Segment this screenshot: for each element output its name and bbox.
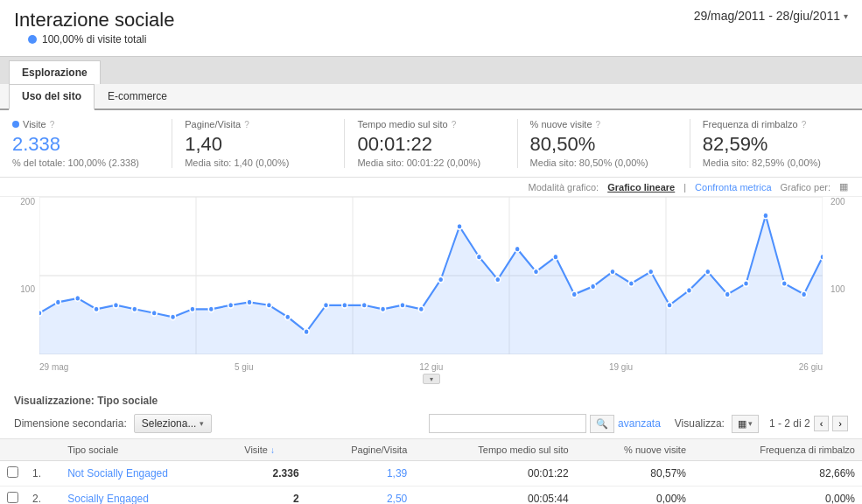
table-row: 2. Socially Engaged 2 2,50 00:05:44 0,00… — [0, 486, 862, 505]
svg-point-43 — [686, 288, 691, 294]
row-name-1[interactable]: Socially Engaged — [60, 486, 237, 505]
subtab-ecommerce[interactable]: E-commerce — [95, 84, 180, 108]
svg-point-10 — [55, 299, 60, 305]
visite-sort-icon: ↓ — [270, 445, 275, 455]
svg-point-35 — [533, 269, 538, 275]
svg-point-27 — [381, 306, 386, 312]
row-rimbalzo-1: 0,00% — [693, 486, 862, 505]
row-checkbox-1[interactable] — [0, 486, 25, 505]
x-label-19giu: 19 giu — [609, 362, 633, 372]
y-axis-right: 200 100 — [827, 197, 862, 372]
x-label-26giu: 26 giu — [799, 362, 823, 372]
chart-grid-icon[interactable]: ▦ — [839, 181, 848, 192]
metric-cell-3: % nuove visite ? 80,50% Media sito: 80,5… — [518, 119, 690, 168]
chart-toolbar: Modalità grafico: Grafico lineare | Conf… — [0, 178, 862, 197]
svg-point-31 — [457, 223, 462, 229]
metric-q-2[interactable]: ? — [452, 120, 457, 130]
secondary-select-btn[interactable]: Seleziona... ▾ — [134, 414, 213, 433]
row-checkbox-0[interactable] — [0, 461, 25, 486]
table-header-row: Tipo sociale Visite ↓ Pagine/Visita Temp… — [0, 439, 862, 461]
visualizza-label: Visualizza: — [675, 417, 725, 430]
search-button[interactable]: 🔍 — [590, 415, 614, 433]
svg-point-33 — [495, 276, 501, 283]
y-right-200: 200 — [830, 197, 862, 206]
checkbox-0[interactable] — [7, 466, 18, 478]
metric-sub-2: Media sito: 00:01:22 (0,00%) — [357, 158, 504, 168]
next-page-btn[interactable]: › — [832, 416, 848, 431]
x-label-12giu: 12 giu — [419, 362, 443, 372]
metric-q-3[interactable]: ? — [596, 120, 601, 130]
row-num-0: 1. — [25, 461, 60, 486]
metric-q-1[interactable]: ? — [244, 120, 249, 130]
svg-point-41 — [648, 269, 654, 275]
y-right-100: 100 — [830, 284, 862, 294]
prev-page-btn[interactable]: ‹ — [814, 416, 830, 431]
metric-q-4[interactable]: ? — [802, 120, 807, 130]
svg-point-12 — [94, 306, 99, 312]
metric-cell-4: Frequenza di rimbalzo ? 82,59% Media sit… — [690, 119, 862, 168]
svg-point-30 — [438, 276, 444, 283]
metric-value-0: 2.338 — [12, 133, 159, 156]
subtab-uso-del-sito[interactable]: Uso del sito — [9, 84, 95, 110]
chart-scroll-down-btn[interactable]: ▾ — [423, 374, 440, 384]
th-frequenza: Frequenza di rimbalzo — [693, 439, 862, 461]
metric-cell-0: Visite ? 2.338 % del totale: 100,00% (2.… — [0, 119, 172, 168]
row-visite-1: 2 — [237, 486, 305, 505]
metric-q-0[interactable]: ? — [50, 120, 55, 130]
svg-point-50 — [820, 254, 823, 260]
y-label-200: 200 — [0, 197, 35, 206]
th-visite[interactable]: Visite ↓ — [237, 439, 305, 461]
search-input[interactable] — [429, 414, 586, 433]
date-range-selector[interactable]: 29/mag/2011 - 28/giu/2011 ▾ — [694, 9, 848, 23]
row-nuove-1: 0,00% — [576, 486, 693, 505]
metric-label-4: Frequenza di rimbalzo ? — [703, 119, 850, 130]
compare-metric-link[interactable]: Confronta metrica — [695, 182, 771, 192]
x-labels: 29 mag 5 giu 12 giu 19 giu 26 giu — [39, 362, 823, 372]
th-tempo-medio: Tempo medio sul sito — [414, 439, 575, 461]
svg-point-44 — [705, 269, 711, 275]
tab-esplorazione[interactable]: Esplorazione — [9, 60, 101, 84]
chart-per-label: Grafico per: — [781, 182, 830, 192]
svg-point-9 — [39, 310, 42, 316]
chart-mode-label: Modalità grafico: — [528, 182, 599, 192]
svg-point-28 — [400, 302, 405, 308]
viz-label-text: Visualizzazione: — [14, 395, 95, 407]
chart-container: 200 100 200 100 29 mag 5 giu 12 giu 19 g… — [0, 197, 862, 372]
svg-point-25 — [342, 302, 347, 308]
secondary-select-label: Seleziona... — [142, 417, 197, 430]
chart-linear-link[interactable]: Grafico lineare — [607, 182, 675, 192]
pagination: 1 - 2 di 2 ‹ › — [769, 416, 848, 431]
svg-point-48 — [781, 281, 787, 287]
row-visite-0: 2.336 — [237, 461, 305, 486]
metric-dot-0 — [12, 121, 19, 128]
metric-value-2: 00:01:22 — [357, 133, 504, 156]
svg-point-40 — [628, 281, 634, 287]
blue-circle-icon — [28, 35, 37, 44]
search-box-container: 🔍 avanzata — [429, 414, 661, 433]
metric-cell-1: Pagine/Visita ? 1,40 Media sito: 1,40 (0… — [172, 119, 345, 168]
row-tempo-1: 00:05:44 — [414, 486, 575, 505]
row-name-0[interactable]: Not Socially Engaged — [60, 461, 237, 486]
total-visits-text: 100,00% di visite totali — [42, 33, 146, 46]
grid-view-btn[interactable]: ▦ ▾ — [732, 415, 759, 433]
page-title: Interazione sociale — [14, 9, 174, 32]
svg-point-13 — [113, 302, 118, 308]
avanzata-link[interactable]: avanzata — [618, 417, 661, 430]
metric-label-2: Tempo medio sul sito ? — [357, 119, 504, 130]
date-range-arrow-icon: ▾ — [844, 11, 848, 21]
row-nuove-0: 80,57% — [576, 461, 693, 486]
chart-svg-area — [39, 197, 823, 354]
checkbox-1[interactable] — [7, 492, 18, 503]
svg-point-42 — [667, 302, 672, 308]
total-visits-label: 100,00% di visite totali — [14, 32, 174, 52]
th-tipo-sociale: Tipo sociale — [60, 439, 237, 461]
metric-value-1: 1,40 — [185, 133, 332, 156]
svg-point-26 — [361, 302, 367, 308]
th-pagine-visita: Pagine/Visita — [306, 439, 415, 461]
metric-sub-4: Media sito: 82,59% (0,00%) — [703, 158, 850, 168]
chart-scroll-bar: ▾ — [0, 372, 862, 388]
svg-point-34 — [515, 246, 520, 252]
metric-label-1: Pagine/Visita ? — [185, 119, 332, 130]
svg-point-16 — [171, 314, 176, 320]
grid-btn-arrow-icon: ▾ — [748, 419, 753, 428]
